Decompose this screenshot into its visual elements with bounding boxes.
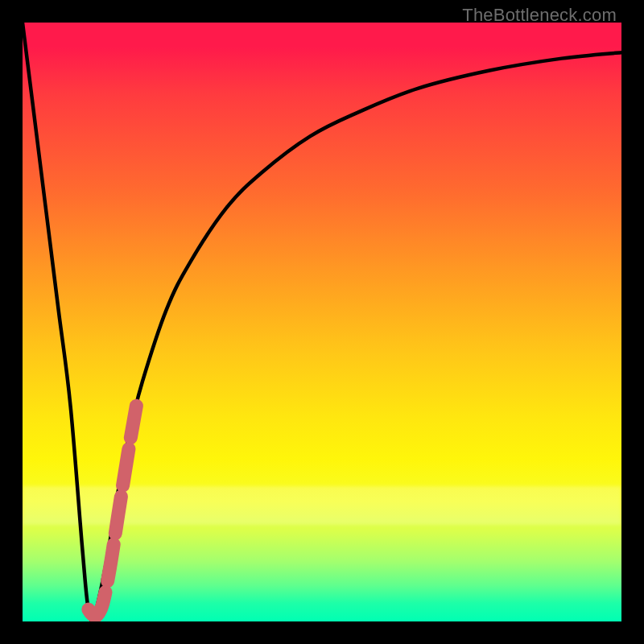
- curve-layer: [23, 23, 621, 621]
- watermark-text: TheBottleneck.com: [462, 5, 617, 26]
- highlight-segment: [89, 406, 137, 616]
- chart-frame: TheBottleneck.com: [0, 0, 644, 644]
- plot-area: [23, 23, 621, 621]
